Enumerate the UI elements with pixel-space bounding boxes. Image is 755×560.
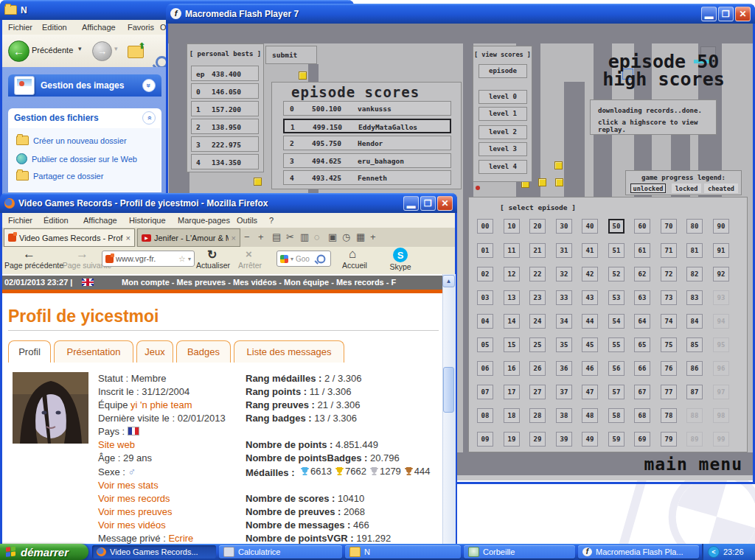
episode-cell-19[interactable]: 19 xyxy=(504,432,520,447)
back-button[interactable]: ← xyxy=(8,41,29,62)
episode-cell-05[interactable]: 05 xyxy=(477,337,493,352)
episode-cell-08[interactable]: 08 xyxy=(477,408,493,423)
menu-?[interactable]: ? xyxy=(269,216,274,225)
scroll-up-button[interactable]: ▲ xyxy=(442,275,455,287)
episode-cell-79[interactable]: 79 xyxy=(661,432,677,447)
episode-cell-76[interactable]: 76 xyxy=(661,361,677,376)
profile-tab-profil[interactable]: Profil xyxy=(8,340,51,363)
forward-button[interactable]: → xyxy=(92,41,112,61)
episode-cell-28[interactable]: 28 xyxy=(529,408,546,423)
link-ecrire[interactable]: Ecrire xyxy=(168,533,193,544)
episode-cell-34[interactable]: 34 xyxy=(556,314,572,329)
episode-cell-45[interactable]: 45 xyxy=(582,337,598,352)
menu-marquepages[interactable]: Marque-pages xyxy=(178,216,230,225)
episode-cell-91[interactable]: 91 xyxy=(713,243,729,258)
episode-cell-02[interactable]: 02 xyxy=(477,267,493,281)
taskbar-button-calculatrice[interactable]: Calculatrice xyxy=(219,545,342,559)
folder-up-icon[interactable] xyxy=(128,46,144,58)
episode-cell-24[interactable]: 24 xyxy=(529,314,546,329)
profile-tab-jeux[interactable]: Jeux xyxy=(136,340,173,363)
episode-cell-40[interactable]: 40 xyxy=(582,219,598,234)
skype-label[interactable]: Skype xyxy=(386,262,415,271)
episode-cell-30[interactable]: 30 xyxy=(556,219,572,234)
episode-cell-50[interactable]: 50 xyxy=(608,219,624,234)
menu-dition[interactable]: Édition xyxy=(44,216,69,225)
episode-cell-60[interactable]: 60 xyxy=(634,219,650,234)
highscore-row[interactable]: 2495.750Hendor xyxy=(283,136,451,150)
link-yi-n-phie-team[interactable]: yi 'n phie team xyxy=(131,399,192,410)
taskbar-button-n[interactable]: N xyxy=(345,545,461,559)
episode-cell-75[interactable]: 75 xyxy=(661,337,677,352)
view-scores-level-3[interactable]: level 3 xyxy=(479,142,527,156)
episode-cell-85[interactable]: 85 xyxy=(686,337,703,352)
scrollbar-track[interactable] xyxy=(442,274,456,558)
sidebar-panel-files-header[interactable]: Gestion des fichiers » xyxy=(8,108,161,127)
link-voir-mes-stats[interactable]: Voir mes stats xyxy=(98,480,159,491)
episode-cell-11[interactable]: 11 xyxy=(504,243,520,258)
episode-cell-61[interactable]: 61 xyxy=(634,243,650,258)
search-box[interactable]: ▾ Goo xyxy=(276,251,331,267)
view-scores-level-0[interactable]: level 0 xyxy=(479,90,527,104)
episode-cell-22[interactable]: 22 xyxy=(529,267,546,281)
link-voir-mes-records[interactable]: Voir mes records xyxy=(98,493,170,504)
skype-icon[interactable]: S xyxy=(393,248,408,262)
view-scores-level-1[interactable]: level 1 xyxy=(479,107,527,121)
maximize-button[interactable]: ❒ xyxy=(420,196,436,211)
episode-cell-00[interactable]: 00 xyxy=(477,219,493,234)
firefox-titlebar[interactable]: Video Games Records - Profil de yicestmo… xyxy=(0,193,457,213)
back-button-label[interactable]: Précédente xyxy=(32,46,73,55)
profile-tab-présentation[interactable]: Présentation xyxy=(54,340,133,363)
episode-cell-92[interactable]: 92 xyxy=(713,267,729,281)
episode-cell-56[interactable]: 56 xyxy=(608,361,624,376)
search-magnifier-icon[interactable] xyxy=(317,254,326,263)
episode-cell-15[interactable]: 15 xyxy=(504,337,520,352)
episode-cell-70[interactable]: 70 xyxy=(661,219,677,234)
episode-cell-43[interactable]: 43 xyxy=(582,290,598,305)
forward-dropdown-icon[interactable]: ▾ xyxy=(114,45,118,52)
minus-icon[interactable]: − xyxy=(244,231,250,242)
episode-cell-37[interactable]: 37 xyxy=(556,385,572,399)
episode-cell-54[interactable]: 54 xyxy=(608,314,624,329)
episode-cell-12[interactable]: 12 xyxy=(504,267,520,281)
episode-cell-59[interactable]: 59 xyxy=(608,432,624,447)
episode-cell-09[interactable]: 09 xyxy=(477,432,493,447)
episode-cell-06[interactable]: 06 xyxy=(477,361,493,376)
episode-cell-33[interactable]: 33 xyxy=(556,290,572,305)
episode-cell-03[interactable]: 03 xyxy=(477,290,493,305)
back-icon[interactable]: ← xyxy=(23,247,35,262)
view-scores-level-4[interactable]: level 4 xyxy=(479,160,527,174)
site-nav-links[interactable]: Mon compte - Mes preuves - Mes vidéos - … xyxy=(122,278,396,287)
episode-cell-83[interactable]: 83 xyxy=(686,290,703,305)
menu-fichier[interactable]: Fichier xyxy=(8,216,32,225)
episode-cell-26[interactable]: 26 xyxy=(529,361,546,376)
episode-cell-73[interactable]: 73 xyxy=(661,290,677,305)
episode-cell-21[interactable]: 21 xyxy=(529,243,546,258)
episode-cell-57[interactable]: 57 xyxy=(608,385,624,399)
episode-cell-01[interactable]: 01 xyxy=(477,243,493,258)
copy-icon[interactable]: ▥ xyxy=(300,231,309,242)
plus-icon[interactable]: + xyxy=(258,231,264,242)
episode-cell-62[interactable]: 62 xyxy=(634,267,650,281)
episode-cell-13[interactable]: 13 xyxy=(504,290,520,305)
personal-best-row[interactable]: ep438.400 xyxy=(191,66,259,81)
episode-cell-64[interactable]: 64 xyxy=(634,314,650,329)
episode-cell-07[interactable]: 07 xyxy=(477,385,493,399)
episode-cell-32[interactable]: 32 xyxy=(556,267,572,281)
view-scores-level-2[interactable]: level 2 xyxy=(479,125,527,139)
episode-cell-41[interactable]: 41 xyxy=(582,243,598,258)
maximize-button[interactable]: ❒ xyxy=(718,7,734,21)
highscore-row[interactable]: 0500.100vankusss xyxy=(283,101,451,116)
personal-best-row[interactable]: 2138.950 xyxy=(191,119,259,134)
episode-cell-16[interactable]: 16 xyxy=(504,361,520,376)
episode-cell-65[interactable]: 65 xyxy=(634,337,650,352)
menu-favoris[interactable]: Favoris xyxy=(128,23,154,32)
minimize-button[interactable]: ▬ xyxy=(701,7,717,21)
tab-close-icon[interactable]: × xyxy=(126,234,131,242)
personal-best-row[interactable]: 3222.975 xyxy=(191,136,259,152)
menu-affichage[interactable]: Affichage xyxy=(82,23,116,32)
episode-cell-58[interactable]: 58 xyxy=(608,408,624,423)
highscore-row[interactable]: 1499.150EddyMataGallos xyxy=(283,119,451,133)
episode-cell-55[interactable]: 55 xyxy=(608,337,624,352)
back-dropdown-icon[interactable]: ▾ xyxy=(78,45,82,52)
episode-cell-87[interactable]: 87 xyxy=(686,385,703,399)
